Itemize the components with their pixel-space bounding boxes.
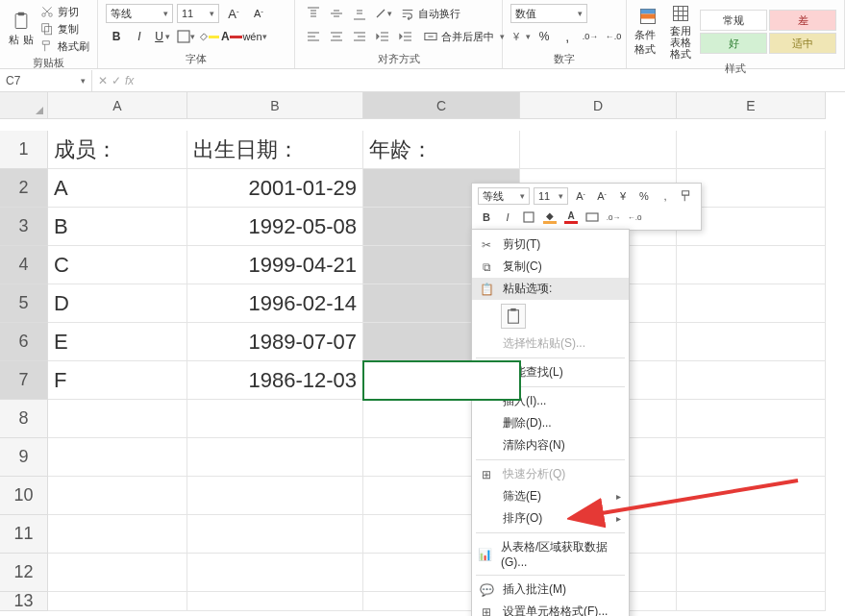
- cell-a10[interactable]: [48, 477, 187, 515]
- name-box[interactable]: C7▾: [0, 70, 92, 91]
- bold-button[interactable]: B: [106, 27, 127, 46]
- col-head-b[interactable]: B: [187, 92, 363, 119]
- cell-a8[interactable]: [48, 400, 187, 438]
- mini-comma-button[interactable]: ,: [657, 187, 674, 205]
- row-head-8[interactable]: 8: [0, 400, 48, 438]
- row-head-1[interactable]: 1: [0, 131, 48, 169]
- row-head-9[interactable]: 9: [0, 438, 48, 477]
- cell-e4[interactable]: [677, 246, 826, 284]
- align-bottom-button[interactable]: [349, 4, 370, 23]
- cell-b9[interactable]: [187, 438, 363, 477]
- currency-button[interactable]: ¥▾: [510, 27, 532, 46]
- row-head-7[interactable]: 7: [0, 361, 48, 400]
- cell-b10[interactable]: [187, 477, 363, 515]
- increase-font-button[interactable]: Aˆ: [223, 4, 244, 23]
- cell-b4[interactable]: 1999-04-21: [187, 246, 363, 284]
- cell-e10[interactable]: [677, 477, 826, 515]
- align-center-button[interactable]: [326, 27, 347, 46]
- cell-c1[interactable]: 年龄：: [363, 131, 520, 169]
- cell-e8[interactable]: [677, 400, 826, 438]
- increase-indent-button[interactable]: [395, 27, 416, 46]
- row-head-11[interactable]: 11: [0, 515, 48, 554]
- mini-fill-color-button[interactable]: ◆: [541, 209, 559, 226]
- mini-font-color-button[interactable]: A: [562, 209, 580, 226]
- align-left-button[interactable]: [303, 27, 324, 46]
- decrease-indent-button[interactable]: [372, 27, 393, 46]
- mini-merge-button[interactable]: [584, 209, 601, 226]
- select-all-corner[interactable]: [0, 92, 48, 119]
- cm-paste-option-default[interactable]: [501, 304, 526, 329]
- cell-b7[interactable]: 1986-12-03: [187, 361, 363, 400]
- row-head-4[interactable]: 4: [0, 246, 48, 284]
- cell-b5[interactable]: 1996-02-14: [187, 284, 363, 323]
- cm-filter[interactable]: 筛选(E): [472, 485, 629, 507]
- font-color-button[interactable]: A: [221, 27, 242, 46]
- cell-e12[interactable]: [677, 554, 826, 592]
- mini-font-name-select[interactable]: 等线▾: [478, 187, 530, 205]
- mini-inc-decimal-button[interactable]: .0→: [605, 209, 622, 226]
- cell-a5[interactable]: D: [48, 284, 187, 323]
- confirm-formula-button[interactable]: ✓: [112, 74, 121, 87]
- borders-button[interactable]: ▾: [175, 27, 196, 46]
- orientation-button[interactable]: ▾: [372, 4, 393, 23]
- mini-borders-button[interactable]: [520, 209, 537, 226]
- cell-a1[interactable]: 成员：: [48, 131, 187, 169]
- cm-insert-comment[interactable]: 💬 插入批注(M): [472, 579, 629, 601]
- cell-style-good[interactable]: 好: [700, 33, 767, 54]
- phonetic-button[interactable]: wén▾: [244, 27, 265, 46]
- cell-d1[interactable]: [520, 131, 677, 169]
- cell-e7[interactable]: [677, 361, 826, 400]
- mini-decrease-font-button[interactable]: Aˇ: [593, 187, 610, 205]
- mini-increase-font-button[interactable]: Aˆ: [572, 187, 589, 205]
- cell-a11[interactable]: [48, 515, 187, 554]
- col-head-c[interactable]: C: [363, 92, 520, 119]
- cell-c7[interactable]: [363, 361, 520, 400]
- cell-b6[interactable]: 1989-07-07: [187, 323, 363, 361]
- mini-italic-button[interactable]: I: [499, 209, 516, 226]
- cell-a7[interactable]: F: [48, 361, 187, 400]
- table-format-button[interactable]: 套用 表格格式: [667, 4, 694, 60]
- cell-a12[interactable]: [48, 554, 187, 592]
- underline-button[interactable]: U▾: [152, 27, 173, 46]
- wrap-text-button[interactable]: 自动换行: [401, 6, 460, 21]
- cell-b12[interactable]: [187, 554, 363, 592]
- cell-a13[interactable]: [48, 592, 187, 611]
- cm-format-cells[interactable]: ⊞ 设置单元格格式(F)...: [472, 601, 629, 616]
- font-name-select[interactable]: 等线▾: [106, 4, 173, 23]
- copy-button[interactable]: 复制: [40, 21, 89, 37]
- format-painter-button[interactable]: 格式刷: [40, 38, 89, 54]
- insert-function-button[interactable]: fx: [125, 74, 134, 87]
- percent-button[interactable]: %: [534, 27, 555, 46]
- cell-b11[interactable]: [187, 515, 363, 554]
- cut-button[interactable]: 剪切: [40, 4, 89, 19]
- row-head-5[interactable]: 5: [0, 284, 48, 323]
- cell-a6[interactable]: E: [48, 323, 187, 361]
- cm-clear-contents[interactable]: 清除内容(N): [472, 434, 629, 456]
- merge-center-button[interactable]: 合并后居中▾: [424, 29, 505, 44]
- cell-e6[interactable]: [677, 323, 826, 361]
- mini-font-size-select[interactable]: 11▾: [534, 187, 568, 205]
- cell-a4[interactable]: C: [48, 246, 187, 284]
- fill-color-button[interactable]: [198, 27, 219, 46]
- cm-sort[interactable]: 排序(O): [472, 507, 629, 530]
- row-head-13[interactable]: 13: [0, 592, 48, 611]
- cell-b2[interactable]: 2001-01-29: [187, 169, 363, 208]
- row-head-2[interactable]: 2: [0, 169, 48, 208]
- comma-button[interactable]: ,: [557, 27, 578, 46]
- mini-bold-button[interactable]: B: [478, 209, 495, 226]
- cm-cut[interactable]: ✂ 剪切(T): [472, 234, 629, 256]
- cm-delete[interactable]: 删除(D)...: [472, 412, 629, 434]
- mini-format-painter-button[interactable]: [678, 187, 695, 205]
- col-head-d[interactable]: D: [520, 92, 677, 119]
- align-top-button[interactable]: [303, 4, 324, 23]
- cell-style-bad[interactable]: 差: [769, 10, 836, 31]
- align-middle-button[interactable]: [326, 4, 347, 23]
- cell-e9[interactable]: [677, 438, 826, 477]
- cell-b3[interactable]: 1992-05-08: [187, 208, 363, 246]
- cm-copy[interactable]: ⧉ 复制(C): [472, 256, 629, 278]
- cell-style-neutral[interactable]: 适中: [769, 33, 836, 54]
- paste-button[interactable]: 粘 贴: [8, 12, 35, 47]
- number-format-select[interactable]: 数值▾: [510, 4, 587, 23]
- font-size-select[interactable]: 11▾: [177, 4, 219, 23]
- mini-currency-button[interactable]: ¥: [614, 187, 632, 205]
